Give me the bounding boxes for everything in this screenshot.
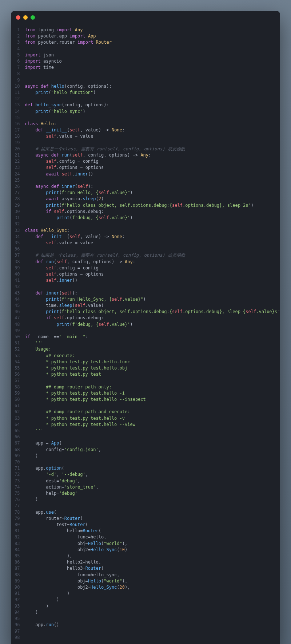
zoom-icon[interactable]: [31, 15, 35, 20]
close-icon[interactable]: [16, 15, 20, 20]
code-editor[interactable]: 1 2 3 4 5 6 7 8 9 10 11 12 13 14 15 16 1…: [11, 24, 280, 644]
line-number-gutter: 1 2 3 4 5 6 7 8 9 10 11 12 13 14 15 16 1…: [11, 27, 25, 641]
code-editor-window: 1 2 3 4 5 6 7 8 9 10 11 12 13 14 15 16 1…: [11, 11, 280, 644]
code-content[interactable]: from typing import Any from pyouter.app …: [25, 27, 280, 641]
minimize-icon[interactable]: [23, 15, 28, 20]
window-titlebar: [11, 11, 280, 24]
